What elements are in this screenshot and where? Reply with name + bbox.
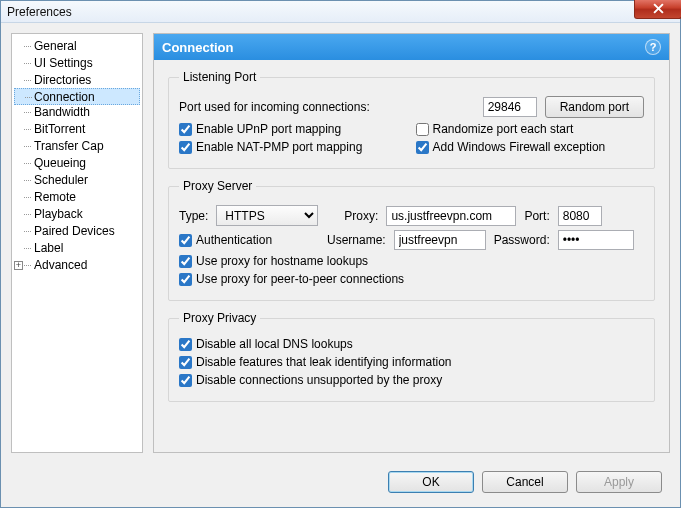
upnp-checkbox[interactable]: Enable UPnP port mapping <box>179 122 341 136</box>
tree-item-queueing[interactable]: Queueing <box>14 155 140 172</box>
client-area: General UI Settings Directories Connecti… <box>1 23 680 507</box>
window-title: Preferences <box>7 5 72 19</box>
settings-panel: Connection ? Listening Port Port used fo… <box>153 33 670 453</box>
listening-port-group: Listening Port Port used for incoming co… <box>168 70 655 169</box>
listening-legend: Listening Port <box>179 70 260 84</box>
password-label: Password: <box>494 233 550 247</box>
proxy-host-label: Proxy: <box>344 209 378 223</box>
tree-item-ui-settings[interactable]: UI Settings <box>14 55 140 72</box>
panel-header: Connection ? <box>154 34 669 60</box>
tree-item-directories[interactable]: Directories <box>14 72 140 89</box>
cancel-button[interactable]: Cancel <box>482 471 568 493</box>
close-icon <box>653 3 664 14</box>
tree-item-label[interactable]: Label <box>14 240 140 257</box>
close-button[interactable] <box>634 0 681 19</box>
tree-item-scheduler[interactable]: Scheduler <box>14 172 140 189</box>
port-input[interactable] <box>483 97 537 117</box>
proxy-privacy-group: Proxy Privacy Disable all local DNS look… <box>168 311 655 402</box>
port-row: Port used for incoming connections: Rand… <box>179 96 644 118</box>
ok-button[interactable]: OK <box>388 471 474 493</box>
username-label: Username: <box>327 233 386 247</box>
layout: General UI Settings Directories Connecti… <box>11 33 670 453</box>
proxy-server-group: Proxy Server Type: HTTPS Proxy: Port: <box>168 179 655 301</box>
panel-title: Connection <box>162 40 234 55</box>
randomize-port-checkbox[interactable]: Randomize port each start <box>416 122 574 136</box>
proxy-host-input[interactable] <box>386 206 516 226</box>
proxy-type-label: Type: <box>179 209 208 223</box>
tree-item-connection[interactable]: Connection <box>14 88 140 105</box>
proxy-legend: Proxy Server <box>179 179 256 193</box>
tree-item-transfer-cap[interactable]: Transfer Cap <box>14 138 140 155</box>
firewall-checkbox[interactable]: Add Windows Firewall exception <box>416 140 606 154</box>
auth-checkbox[interactable]: Authentication <box>179 233 319 247</box>
dns-lookup-checkbox[interactable]: Disable all local DNS lookups <box>179 337 353 351</box>
p2p-proxy-checkbox[interactable]: Use proxy for peer-to-peer connections <box>179 272 404 286</box>
dialog-buttons: OK Cancel Apply <box>388 471 662 493</box>
tree-item-general[interactable]: General <box>14 38 140 55</box>
apply-button[interactable]: Apply <box>576 471 662 493</box>
tree-item-advanced[interactable]: + Advanced <box>14 257 140 274</box>
plus-icon[interactable]: + <box>14 261 23 270</box>
titlebar: Preferences <box>1 1 680 23</box>
random-port-button[interactable]: Random port <box>545 96 644 118</box>
tree-item-bittorrent[interactable]: BitTorrent <box>14 121 140 138</box>
port-label: Port used for incoming connections: <box>179 100 370 114</box>
username-input[interactable] <box>394 230 486 250</box>
proxy-type-select[interactable]: HTTPS <box>216 205 318 226</box>
privacy-legend: Proxy Privacy <box>179 311 260 325</box>
tree-item-bandwidth[interactable]: Bandwidth <box>14 104 140 121</box>
password-input[interactable] <box>558 230 634 250</box>
help-icon[interactable]: ? <box>645 39 661 55</box>
hostname-lookup-checkbox[interactable]: Use proxy for hostname lookups <box>179 254 368 268</box>
panel-body: Listening Port Port used for incoming co… <box>154 60 669 452</box>
tree-item-playback[interactable]: Playback <box>14 206 140 223</box>
proxy-port-label: Port: <box>524 209 549 223</box>
tree-item-paired-devices[interactable]: Paired Devices <box>14 223 140 240</box>
tree-item-label: Advanced <box>34 258 87 272</box>
category-tree[interactable]: General UI Settings Directories Connecti… <box>11 33 143 453</box>
unsupported-checkbox[interactable]: Disable connections unsupported by the p… <box>179 373 442 387</box>
proxy-port-input[interactable] <box>558 206 602 226</box>
preferences-window: Preferences General UI Settings Director… <box>0 0 681 508</box>
tree-item-remote[interactable]: Remote <box>14 189 140 206</box>
natpmp-checkbox[interactable]: Enable NAT-PMP port mapping <box>179 140 362 154</box>
leak-checkbox[interactable]: Disable features that leak identifying i… <box>179 355 451 369</box>
